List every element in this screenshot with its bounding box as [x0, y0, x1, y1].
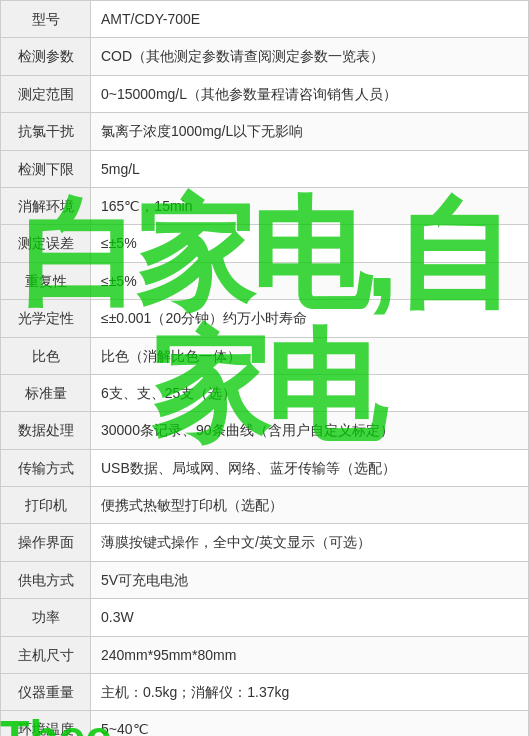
row-label: 重复性: [1, 262, 91, 299]
row-value: COD（其他测定参数请查阅测定参数一览表）: [91, 38, 529, 75]
table-row: 数据处理30000条记录、90条曲线（含用户自定义标定）: [1, 412, 529, 449]
row-label: 传输方式: [1, 449, 91, 486]
row-value: 比色（消解比色一体）: [91, 337, 529, 374]
row-value: 165℃，15min: [91, 187, 529, 224]
table-row: 功率0.3W: [1, 599, 529, 636]
table-row: 标准量6支、支、25支（选）: [1, 374, 529, 411]
row-value: 0~15000mg/L（其他参数量程请咨询销售人员）: [91, 75, 529, 112]
row-value: 氯离子浓度1000mg/L以下无影响: [91, 113, 529, 150]
row-label: 光学定性: [1, 300, 91, 337]
table-row: 传输方式USB数据、局域网、网络、蓝牙传输等（选配）: [1, 449, 529, 486]
row-label: 功率: [1, 599, 91, 636]
row-label: 仪器重量: [1, 674, 91, 711]
table-row: 重复性≤±5%: [1, 262, 529, 299]
table-row: 操作界面薄膜按键式操作，全中文/英文显示（可选）: [1, 524, 529, 561]
row-label: 检测下限: [1, 150, 91, 187]
row-value: 5V可充电电池: [91, 561, 529, 598]
row-value: 0.3W: [91, 599, 529, 636]
row-label: 标准量: [1, 374, 91, 411]
table-row: 测定误差≤±5%: [1, 225, 529, 262]
row-label: 型号: [1, 1, 91, 38]
row-value: 30000条记录、90条曲线（含用户自定义标定）: [91, 412, 529, 449]
table-row: 消解环境165℃，15min: [1, 187, 529, 224]
row-label: 测定范围: [1, 75, 91, 112]
table-row: 主机尺寸240mm*95mm*80mm: [1, 636, 529, 673]
row-label: 检测参数: [1, 38, 91, 75]
table-row: 仪器重量主机：0.5kg；消解仪：1.37kg: [1, 674, 529, 711]
table-row: 供电方式5V可充电电池: [1, 561, 529, 598]
row-value: 240mm*95mm*80mm: [91, 636, 529, 673]
table-row: 检测参数COD（其他测定参数请查阅测定参数一览表）: [1, 38, 529, 75]
table-row: 环境温度5~40℃: [1, 711, 529, 736]
row-label: 消解环境: [1, 187, 91, 224]
table-row: 光学定性≤±0.001（20分钟）约万小时寿命: [1, 300, 529, 337]
row-label: 抗氯干扰: [1, 113, 91, 150]
spec-table: 型号AMT/CDY-700E检测参数COD（其他测定参数请查阅测定参数一览表）测…: [0, 0, 529, 736]
table-row: 型号AMT/CDY-700E: [1, 1, 529, 38]
row-value: 5~40℃: [91, 711, 529, 736]
row-value: 薄膜按键式操作，全中文/英文显示（可选）: [91, 524, 529, 561]
row-label: 比色: [1, 337, 91, 374]
row-label: 供电方式: [1, 561, 91, 598]
row-value: 主机：0.5kg；消解仪：1.37kg: [91, 674, 529, 711]
row-value: 5mg/L: [91, 150, 529, 187]
row-value: 便携式热敏型打印机（选配）: [91, 487, 529, 524]
row-value: AMT/CDY-700E: [91, 1, 529, 38]
row-value: ≤±0.001（20分钟）约万小时寿命: [91, 300, 529, 337]
row-value: 6支、支、25支（选）: [91, 374, 529, 411]
row-value: USB数据、局域网、网络、蓝牙传输等（选配）: [91, 449, 529, 486]
table-row: 测定范围0~15000mg/L（其他参数量程请咨询销售人员）: [1, 75, 529, 112]
table-row: 检测下限5mg/L: [1, 150, 529, 187]
row-label: 主机尺寸: [1, 636, 91, 673]
row-label: 数据处理: [1, 412, 91, 449]
table-row: 打印机便携式热敏型打印机（选配）: [1, 487, 529, 524]
row-label: 操作界面: [1, 524, 91, 561]
table-row: 比色比色（消解比色一体）: [1, 337, 529, 374]
row-label: 测定误差: [1, 225, 91, 262]
row-label: 打印机: [1, 487, 91, 524]
row-label: 环境温度: [1, 711, 91, 736]
row-value: ≤±5%: [91, 225, 529, 262]
row-value: ≤±5%: [91, 262, 529, 299]
table-row: 抗氯干扰氯离子浓度1000mg/L以下无影响: [1, 113, 529, 150]
